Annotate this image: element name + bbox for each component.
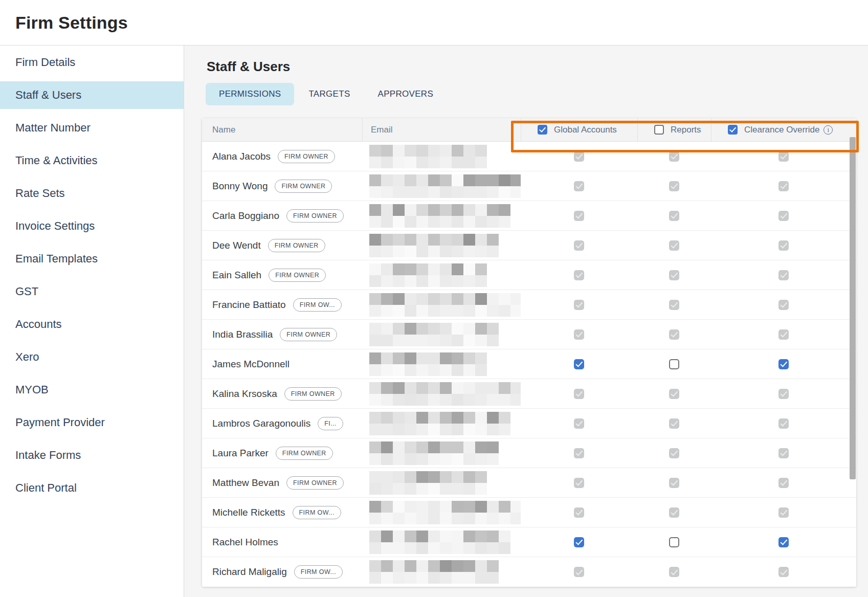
row-reports-checkbox[interactable] (669, 300, 679, 310)
staff-name: Bonny Wong (212, 181, 268, 192)
sidebar-item[interactable]: Firm Details (0, 49, 184, 76)
email-cell (362, 412, 521, 435)
row-global-accounts-checkbox[interactable] (574, 478, 584, 488)
row-global-accounts-checkbox[interactable] (574, 270, 584, 280)
sidebar-item[interactable]: Payment Provider (0, 409, 184, 436)
sidebar-item[interactable]: Matter Number (0, 114, 184, 142)
row-reports-checkbox[interactable] (669, 359, 679, 369)
firm-owner-badge: FIRM OWNER (284, 387, 342, 401)
row-reports-checkbox[interactable] (669, 537, 679, 547)
row-global-accounts-checkbox[interactable] (574, 240, 584, 251)
info-icon[interactable]: i (824, 125, 833, 135)
sidebar-item[interactable]: Staff & Users (0, 81, 184, 109)
row-reports-checkbox[interactable] (669, 151, 679, 162)
email-cell (362, 174, 521, 198)
email-cell (362, 263, 521, 287)
global-accounts-cell (521, 507, 637, 518)
clearance-override-cell (711, 478, 856, 488)
sidebar-item[interactable]: Xero (0, 343, 184, 371)
sidebar-item[interactable]: Accounts (0, 311, 184, 338)
tab[interactable]: PERMISSIONS (206, 83, 294, 105)
row-global-accounts-checkbox[interactable] (574, 418, 584, 429)
sidebar-item[interactable]: Client Portal (0, 474, 184, 502)
row-reports-checkbox[interactable] (669, 389, 679, 399)
reports-cell (637, 418, 711, 429)
firm-owner-badge: FIRM OWNER (280, 328, 337, 341)
row-clearance-override-checkbox[interactable] (778, 567, 789, 577)
sidebar-item[interactable]: MYOB (0, 376, 184, 404)
row-clearance-override-checkbox[interactable] (778, 211, 789, 221)
main-content: Staff & Users PERMISSIONS TARGETS APPROV… (184, 46, 868, 597)
row-reports-checkbox[interactable] (669, 567, 679, 577)
table-scrollbar[interactable] (850, 137, 856, 479)
row-clearance-override-checkbox[interactable] (778, 418, 789, 429)
row-global-accounts-checkbox[interactable] (574, 359, 584, 369)
row-reports-checkbox[interactable] (669, 211, 679, 221)
row-reports-checkbox[interactable] (669, 329, 679, 340)
row-clearance-override-checkbox[interactable] (778, 448, 789, 458)
row-reports-checkbox[interactable] (669, 448, 679, 458)
reports-cell (637, 478, 711, 488)
row-global-accounts-checkbox[interactable] (574, 537, 584, 547)
sidebar-item[interactable]: Rate Sets (0, 180, 184, 207)
row-global-accounts-checkbox[interactable] (574, 448, 584, 458)
clearance-override-checkbox[interactable] (728, 125, 738, 135)
column-header-reports: Reports (637, 118, 711, 141)
row-global-accounts-checkbox[interactable] (574, 151, 584, 162)
row-reports-checkbox[interactable] (669, 181, 679, 191)
firm-owner-badge: FIRM OWNER (269, 269, 326, 282)
row-clearance-override-checkbox[interactable] (778, 537, 789, 547)
row-reports-checkbox[interactable] (669, 240, 679, 251)
sidebar-item-label: Email Templates (15, 252, 98, 266)
reports-cell (637, 300, 711, 310)
row-reports-checkbox[interactable] (669, 270, 679, 280)
row-global-accounts-checkbox[interactable] (574, 567, 584, 577)
table-row: Carla Boggiano FIRM OWNER (202, 201, 856, 231)
sidebar-item[interactable]: GST (0, 278, 184, 305)
row-clearance-override-checkbox[interactable] (778, 240, 789, 251)
row-global-accounts-checkbox[interactable] (574, 389, 584, 399)
email-cell (362, 441, 521, 465)
table-row: Dee Wendt FIRM OWNER (202, 231, 856, 260)
row-clearance-override-checkbox[interactable] (778, 181, 789, 191)
reports-checkbox[interactable] (654, 125, 664, 135)
sidebar-item[interactable]: Intake Forms (0, 441, 184, 469)
row-reports-checkbox[interactable] (669, 418, 679, 429)
row-clearance-override-checkbox[interactable] (778, 478, 789, 488)
redacted-email-mosaic (369, 441, 499, 465)
name-cell: Richard Maligalig FIRM OW... (202, 565, 362, 579)
row-reports-checkbox[interactable] (669, 478, 679, 488)
row-reports-checkbox[interactable] (669, 507, 679, 518)
row-clearance-override-checkbox[interactable] (778, 300, 789, 310)
sidebar-item[interactable]: Invoice Settings (0, 212, 184, 240)
row-global-accounts-checkbox[interactable] (574, 507, 584, 518)
row-clearance-override-checkbox[interactable] (778, 151, 789, 162)
email-cell (362, 145, 521, 168)
clearance-override-cell (711, 211, 856, 221)
row-clearance-override-checkbox[interactable] (778, 270, 789, 280)
row-clearance-override-checkbox[interactable] (778, 389, 789, 399)
row-clearance-override-checkbox[interactable] (778, 359, 789, 369)
global-accounts-checkbox[interactable] (538, 125, 547, 135)
tab[interactable]: APPROVERS (365, 83, 447, 105)
sidebar-item[interactable]: Time & Activities (0, 147, 184, 174)
reports-cell (637, 389, 711, 399)
row-global-accounts-checkbox[interactable] (574, 211, 584, 221)
global-accounts-cell (521, 567, 637, 577)
tab[interactable]: TARGETS (295, 83, 363, 105)
row-clearance-override-checkbox[interactable] (778, 329, 789, 340)
row-clearance-override-checkbox[interactable] (778, 507, 789, 518)
reports-cell (637, 240, 711, 251)
section-title: Staff & Users (207, 59, 868, 75)
table-row: Matthew Bevan FIRM OWNER (202, 468, 856, 498)
sidebar-item-label: GST (15, 285, 38, 298)
clearance-override-cell (711, 567, 856, 577)
row-global-accounts-checkbox[interactable] (574, 300, 584, 310)
name-cell: Lambros Garagonoulis FI... (202, 417, 362, 430)
row-global-accounts-checkbox[interactable] (574, 329, 584, 340)
row-global-accounts-checkbox[interactable] (574, 181, 584, 191)
reports-label: Reports (671, 125, 701, 135)
staff-name: Dee Wendt (212, 240, 261, 251)
sidebar-item[interactable]: Email Templates (0, 245, 184, 273)
email-cell (362, 382, 521, 406)
